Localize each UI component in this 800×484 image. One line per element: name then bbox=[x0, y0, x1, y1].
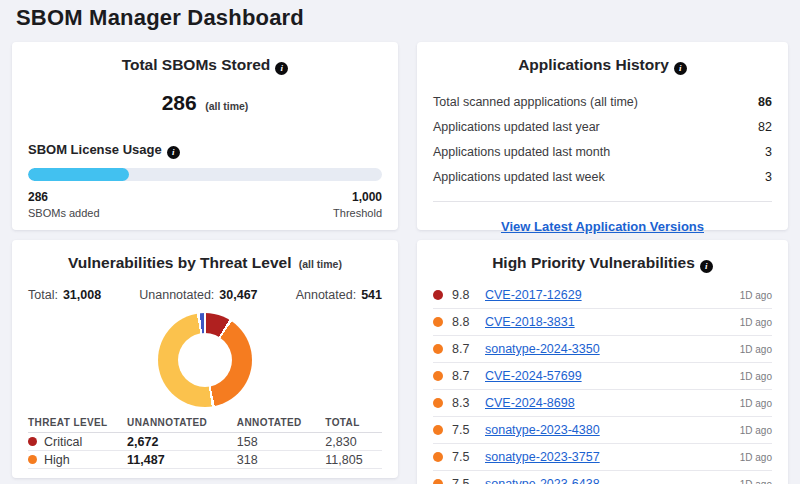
vulnerability-list-item: 8.3 CVE-2024-8698 1D ago bbox=[433, 390, 772, 417]
threshold-label: Threshold bbox=[333, 207, 382, 219]
vulnerabilities-title: Vulnerabilities by Threat Level (all tim… bbox=[28, 254, 382, 272]
apps-row-label: Applications updated last month bbox=[433, 145, 610, 159]
age-badge: 1D ago bbox=[740, 425, 772, 436]
info-icon[interactable]: i bbox=[275, 62, 288, 75]
vulnerability-list-item: 8.7 sonatype-2024-3350 1D ago bbox=[433, 336, 772, 363]
vulnerability-link[interactable]: sonatype-2023-3757 bbox=[485, 450, 731, 464]
vulnerability-list-item: 9.8 CVE-2017-12629 1D ago bbox=[433, 282, 772, 309]
cvss-score: 7.5 bbox=[452, 450, 476, 464]
threat-level-table: THREAT LEVEL UNANNOTATED ANNOTATED TOTAL… bbox=[28, 414, 382, 469]
age-badge: 1D ago bbox=[740, 371, 772, 382]
cvss-score: 8.7 bbox=[452, 369, 476, 383]
threat-donut-chart[interactable] bbox=[158, 313, 252, 407]
total-stat: Total:31,008 bbox=[28, 288, 101, 302]
vulnerabilities-title-suffix: (all time) bbox=[299, 258, 342, 270]
applications-history-title: Applications Historyi bbox=[433, 56, 772, 75]
total-sboms-value: 286 bbox=[162, 91, 197, 114]
annotated-stat: Annotated:541 bbox=[296, 288, 382, 302]
apps-row-value: 3 bbox=[765, 145, 772, 159]
vulnerabilities-by-threat-level-card: Vulnerabilities by Threat Level (all tim… bbox=[12, 240, 398, 478]
apps-history-row: Total scanned appplications (all time) 8… bbox=[433, 89, 772, 114]
total-sboms-title: Total SBOMs Storedi bbox=[28, 56, 382, 75]
apps-row-label: Applications updated last year bbox=[433, 120, 600, 134]
cvss-score: 7.5 bbox=[452, 477, 476, 484]
vulnerability-link[interactable]: CVE-2017-12629 bbox=[485, 288, 731, 302]
view-latest-application-versions-link[interactable]: View Latest Application Versions bbox=[501, 219, 704, 234]
severity-dot-icon bbox=[433, 344, 443, 354]
apps-row-value: 82 bbox=[758, 120, 772, 134]
severity-dot-icon bbox=[433, 398, 443, 408]
age-badge: 1D ago bbox=[740, 317, 772, 328]
divider bbox=[433, 201, 772, 202]
severity-dot-icon bbox=[433, 425, 443, 435]
vulnerability-list-item: 7.5 sonatype-2023-3757 1D ago bbox=[433, 444, 772, 471]
apps-row-label: Applications updated last week bbox=[433, 170, 605, 184]
total-sboms-value-suffix: (all time) bbox=[205, 100, 248, 112]
vulnerability-list-item: 7.5 sonatype-2023-6438 1D ago bbox=[433, 471, 772, 484]
apps-row-value: 3 bbox=[765, 170, 772, 184]
severity-dot-icon bbox=[433, 452, 443, 462]
threat-level-table-header: THREAT LEVEL UNANNOTATED ANNOTATED TOTAL bbox=[28, 414, 382, 433]
cvss-score: 8.8 bbox=[452, 315, 476, 329]
info-icon[interactable]: i bbox=[167, 146, 180, 159]
high-priority-title: High Priority Vulnerabilitiesi bbox=[433, 254, 772, 273]
age-badge: 1D ago bbox=[740, 479, 772, 484]
severity-dot-icon bbox=[433, 479, 443, 484]
threshold-value: 1,000 bbox=[352, 190, 382, 204]
license-usage-bar bbox=[28, 168, 382, 181]
vulnerability-list-item: 7.5 sonatype-2023-4380 1D ago bbox=[433, 417, 772, 444]
cvss-score: 8.3 bbox=[452, 396, 476, 410]
severity-dot-icon bbox=[433, 317, 443, 327]
vulnerability-link[interactable]: sonatype-2023-4380 bbox=[485, 423, 731, 437]
apps-history-row: Applications updated last year 82 bbox=[433, 114, 772, 139]
age-badge: 1D ago bbox=[740, 398, 772, 409]
table-row-critical: Critical 2,672 158 2,830 bbox=[28, 433, 382, 451]
apps-row-label: Total scanned appplications (all time) bbox=[433, 95, 638, 109]
total-sboms-card: Total SBOMs Storedi 286 (all time) SBOM … bbox=[12, 42, 398, 230]
page-title: SBOM Manager Dashboard bbox=[16, 5, 304, 31]
cvss-score: 8.7 bbox=[452, 342, 476, 356]
age-badge: 1D ago bbox=[740, 452, 772, 463]
high-priority-vulnerabilities-card: High Priority Vulnerabilitiesi 9.8 CVE-2… bbox=[417, 240, 788, 484]
license-usage-fill bbox=[28, 168, 129, 181]
vulnerability-list-item: 8.7 CVE-2024-57699 1D ago bbox=[433, 363, 772, 390]
info-icon[interactable]: i bbox=[674, 62, 687, 75]
vulnerability-link[interactable]: CVE-2024-8698 bbox=[485, 396, 731, 410]
apps-history-row: Applications updated last week 3 bbox=[433, 164, 772, 189]
severity-dot-icon bbox=[433, 290, 443, 300]
high-priority-list: 9.8 CVE-2017-12629 1D ago 8.8 CVE-2018-3… bbox=[433, 282, 772, 484]
license-usage-label: SBOM License Usagei bbox=[28, 142, 382, 159]
applications-history-card: Applications Historyi Total scanned appp… bbox=[417, 42, 788, 230]
apps-row-value: 86 bbox=[758, 95, 772, 109]
unannotated-stat: Unannotated:30,467 bbox=[139, 288, 257, 302]
vulnerability-link[interactable]: sonatype-2024-3350 bbox=[485, 342, 731, 356]
cvss-score: 7.5 bbox=[452, 423, 476, 437]
dashboard-page: SBOM Manager Dashboard Total SBOMs Store… bbox=[0, 0, 800, 484]
high-dot-icon bbox=[28, 455, 37, 464]
info-icon[interactable]: i bbox=[700, 260, 713, 273]
cvss-score: 9.8 bbox=[452, 288, 476, 302]
vulnerability-link[interactable]: sonatype-2023-6438 bbox=[485, 477, 731, 484]
total-sboms-value-row: 286 (all time) bbox=[28, 91, 382, 115]
vulnerability-link[interactable]: CVE-2018-3831 bbox=[485, 315, 731, 329]
sboms-added-label: SBOMs added bbox=[28, 207, 100, 219]
severity-dot-icon bbox=[433, 371, 443, 381]
age-badge: 1D ago bbox=[740, 344, 772, 355]
vulnerability-list-item: 8.8 CVE-2018-3831 1D ago bbox=[433, 309, 772, 336]
age-badge: 1D ago bbox=[740, 290, 772, 301]
apps-history-row: Applications updated last month 3 bbox=[433, 139, 772, 164]
table-row-high: High 11,487 318 11,805 bbox=[28, 451, 382, 469]
vulnerability-link[interactable]: CVE-2024-57699 bbox=[485, 369, 731, 383]
critical-dot-icon bbox=[28, 437, 37, 446]
sboms-added-value: 286 bbox=[28, 190, 48, 204]
